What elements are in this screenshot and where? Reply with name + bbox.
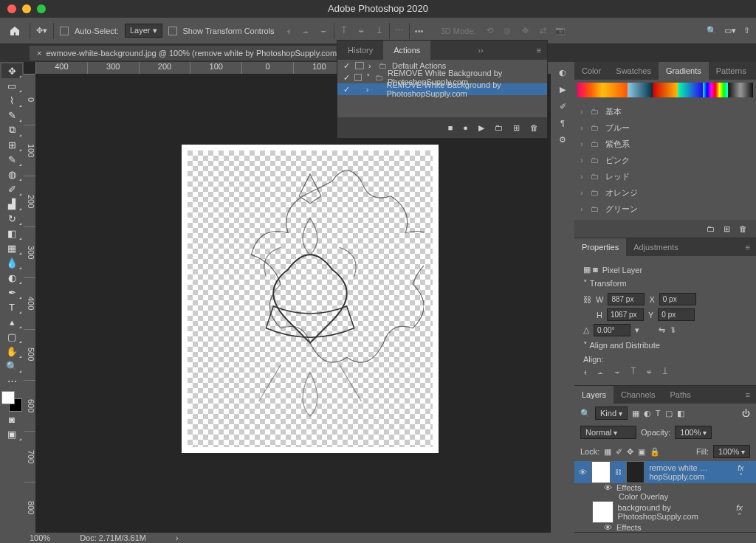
filter-pixel-icon[interactable]: ▦ bbox=[632, 409, 639, 418]
lasso-tool[interactable]: ⌇ bbox=[1, 93, 22, 108]
mask-thumbnail[interactable] bbox=[626, 461, 645, 483]
rectangle-tool[interactable]: ▢ bbox=[1, 329, 22, 344]
height-input[interactable] bbox=[607, 308, 644, 321]
close-window[interactable] bbox=[7, 4, 16, 13]
align-center-icon[interactable]: ⫠ bbox=[597, 367, 605, 376]
maximize-window[interactable] bbox=[37, 4, 46, 13]
panel-icon-3[interactable]: ✐ bbox=[560, 102, 566, 111]
document-tab[interactable]: × ewmove-white-background.jpg @ 100% (re… bbox=[30, 46, 380, 60]
gradient-presets[interactable] bbox=[577, 83, 753, 97]
brush-tool[interactable]: ✐ bbox=[1, 181, 22, 196]
actions-panel[interactable]: History Actions ›› ≡ ✓›🗀Default Actions … bbox=[337, 40, 548, 139]
blend-mode-dropdown[interactable]: Normal ▾ bbox=[580, 426, 636, 439]
flip-h-icon[interactable]: ⇋ bbox=[659, 325, 665, 335]
pen-tool[interactable]: ✒ bbox=[1, 285, 22, 300]
quick-mask-icon[interactable]: ◙ bbox=[1, 412, 22, 426]
align-left-icon[interactable]: ⫞ bbox=[281, 23, 297, 39]
show-transform-checkbox[interactable] bbox=[168, 27, 177, 35]
layer-name[interactable]: remove white …hopSupply.com bbox=[649, 463, 733, 481]
edit-toolbar-icon[interactable]: ⋯ bbox=[1, 373, 22, 388]
fx-badge[interactable]: fx ˄ bbox=[738, 463, 752, 482]
opacity-dropdown[interactable]: 100% ▾ bbox=[675, 426, 712, 439]
filter-shape-icon[interactable]: ▢ bbox=[665, 409, 673, 418]
tab-history[interactable]: History bbox=[337, 41, 383, 60]
y-input[interactable] bbox=[658, 308, 695, 321]
gradient-folder[interactable]: ›🗀レッド bbox=[574, 168, 756, 184]
panel-menu-icon[interactable]: ≡ bbox=[531, 46, 547, 55]
fg-bg-colors[interactable] bbox=[1, 391, 22, 412]
flip-v-icon[interactable]: ⥮ bbox=[670, 325, 676, 335]
tab-adjustments[interactable]: Adjustments bbox=[626, 238, 686, 256]
effects-row[interactable]: 👁Effects bbox=[574, 483, 756, 492]
eyedropper-tool[interactable]: ✎ bbox=[1, 152, 22, 167]
share-icon[interactable]: ⇧ bbox=[743, 26, 750, 35]
transform-section[interactable]: ˅ Transform bbox=[583, 279, 747, 288]
gradient-tool[interactable]: ▦ bbox=[1, 241, 22, 255]
align-left-icon[interactable]: ⫞ bbox=[583, 367, 588, 376]
new-action-icon[interactable]: ⊞ bbox=[513, 123, 520, 133]
workspace-switch-icon[interactable]: ▭▾ bbox=[724, 26, 736, 35]
layer-thumbnail[interactable] bbox=[592, 501, 614, 523]
screen-mode-icon[interactable]: ▣ bbox=[1, 426, 22, 441]
history-brush-tool[interactable]: ↻ bbox=[1, 211, 22, 226]
path-select-tool[interactable]: ▴ bbox=[1, 314, 22, 329]
layer-row[interactable]: 👁 ⛓ remove white …hopSupply.com fx ˄ bbox=[574, 461, 756, 483]
search-icon[interactable]: 🔍 bbox=[580, 409, 591, 418]
gradient-folder[interactable]: ›🗀紫色系 bbox=[574, 136, 756, 152]
panel-icon-4[interactable]: ¶ bbox=[560, 119, 565, 128]
link-dimensions-icon[interactable]: ⛓ bbox=[583, 295, 591, 304]
lock-transparent-icon[interactable]: ▦ bbox=[604, 447, 611, 457]
align-bottom-icon[interactable]: ⟘ bbox=[662, 367, 668, 376]
move-tool-icon[interactable]: ✥▾ bbox=[36, 26, 47, 35]
dodge-tool[interactable]: ◐ bbox=[1, 270, 22, 285]
hand-tool[interactable]: ✋ bbox=[1, 344, 22, 359]
new-set-icon[interactable]: 🗀 bbox=[495, 123, 503, 132]
type-tool[interactable]: T bbox=[1, 300, 22, 314]
tab-actions[interactable]: Actions bbox=[383, 41, 430, 60]
collapse-panel-icon[interactable]: ›› bbox=[472, 46, 489, 55]
record-icon[interactable]: ● bbox=[463, 123, 468, 132]
marquee-tool[interactable]: ▭ bbox=[1, 78, 22, 93]
fx-badge[interactable]: fx ˄ bbox=[736, 503, 752, 522]
align-top-icon[interactable]: ⟙ bbox=[336, 23, 352, 39]
align-center-h-icon[interactable]: ⫠ bbox=[298, 23, 315, 39]
fill-dropdown[interactable]: 100% ▾ bbox=[713, 445, 750, 458]
filter-type-icon[interactable]: T bbox=[656, 409, 661, 418]
gradient-folder[interactable]: ›🗀オレンジ bbox=[574, 184, 756, 201]
align-middle-icon[interactable]: ⫧ bbox=[645, 367, 653, 376]
tab-channels[interactable]: Channels bbox=[614, 386, 662, 404]
tab-color[interactable]: Color bbox=[574, 62, 608, 80]
filter-toggle-icon[interactable]: ⏻ bbox=[742, 409, 750, 418]
tab-swatches[interactable]: Swatches bbox=[608, 62, 659, 80]
gradient-folder[interactable]: ›🗀グリーン bbox=[574, 201, 756, 217]
filter-adj-icon[interactable]: ◐ bbox=[644, 409, 651, 418]
tab-layers[interactable]: Layers bbox=[574, 386, 614, 404]
move-tool[interactable]: ✥ bbox=[1, 63, 22, 78]
visibility-toggle[interactable]: 👁 bbox=[579, 468, 587, 477]
stop-icon[interactable]: ■ bbox=[448, 123, 453, 132]
align-top-icon[interactable]: ⟙ bbox=[630, 367, 636, 376]
gradient-folder[interactable]: ›🗀ピンク bbox=[574, 152, 756, 168]
tab-patterns[interactable]: Patterns bbox=[709, 62, 754, 80]
effects-row[interactable]: 👁Effects bbox=[574, 523, 756, 532]
lock-position-icon[interactable]: ✥ bbox=[627, 447, 633, 457]
zoom-level[interactable]: 100% bbox=[30, 533, 50, 542]
panel-icon-1[interactable]: ◐ bbox=[559, 68, 566, 77]
align-right-icon[interactable]: ⫟ bbox=[316, 23, 332, 39]
layer-row[interactable]: background by PhotoshopSupply.com fx ˄ bbox=[574, 501, 756, 523]
tab-properties[interactable]: Properties bbox=[574, 238, 626, 256]
search-icon[interactable]: 🔍 bbox=[707, 26, 717, 35]
play-icon[interactable]: ▶ bbox=[478, 123, 484, 133]
auto-select-checkbox[interactable] bbox=[60, 27, 69, 35]
filter-smart-icon[interactable]: ◧ bbox=[677, 409, 684, 418]
layer-name[interactable]: background by PhotoshopSupply.com bbox=[618, 503, 732, 521]
home-button[interactable] bbox=[6, 22, 24, 40]
width-input[interactable] bbox=[608, 293, 645, 305]
panel-menu-icon[interactable]: ≡ bbox=[740, 390, 756, 399]
healing-brush-tool[interactable]: ◍ bbox=[1, 167, 22, 181]
document-canvas[interactable] bbox=[182, 145, 439, 453]
quick-select-tool[interactable]: ✎ bbox=[1, 108, 22, 122]
gradient-folder[interactable]: ›🗀基本 bbox=[574, 103, 756, 120]
panel-icon-2[interactable]: ▶ bbox=[560, 85, 566, 94]
filter-kind-dropdown[interactable]: Kind ▾ bbox=[595, 407, 628, 420]
